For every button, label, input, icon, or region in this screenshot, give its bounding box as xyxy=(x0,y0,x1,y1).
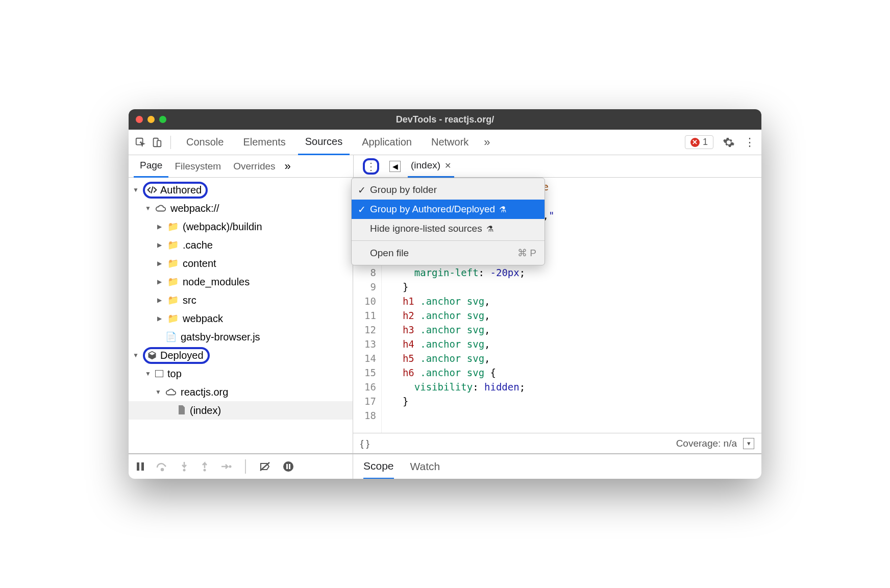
svg-point-6 xyxy=(183,469,186,472)
folder-icon: 📁 xyxy=(167,313,179,324)
deployed-label: Deployed xyxy=(160,350,204,361)
more-subtabs-icon[interactable]: » xyxy=(285,160,291,173)
toggle-nav-pane-icon[interactable]: ◀ xyxy=(389,161,401,172)
pause-icon[interactable] xyxy=(136,461,145,472)
chevron-right-icon: ▶ xyxy=(157,315,163,322)
subtab-overrides[interactable]: Overrides xyxy=(227,155,281,178)
tree-folder[interactable]: ▶📁(webpack)/buildin xyxy=(129,217,353,236)
file-tab-index[interactable]: (index) ✕ xyxy=(408,155,454,178)
check-icon: ✓ xyxy=(358,184,366,196)
context-menu: ✓Group by folder ✓Group by Authored/Depl… xyxy=(351,178,545,265)
shortcut-label: ⌘ P xyxy=(517,247,536,259)
error-icon: ✕ xyxy=(690,138,700,147)
svg-rect-4 xyxy=(141,462,144,471)
tree-file[interactable]: 📄gatsby-browser.js xyxy=(129,328,353,346)
close-tab-icon[interactable]: ✕ xyxy=(444,161,451,170)
svg-rect-2 xyxy=(157,140,161,146)
svg-point-7 xyxy=(204,469,206,472)
folder-icon: 📁 xyxy=(167,276,179,287)
tree-label: .cache xyxy=(183,239,213,251)
chevron-down-icon: ▼ xyxy=(155,388,161,396)
tree-label: (webpack)/buildin xyxy=(183,221,262,233)
tree-folder[interactable]: ▶📁webpack xyxy=(129,309,353,328)
tab-watch[interactable]: Watch xyxy=(410,454,440,479)
tree-top[interactable]: ▼ top xyxy=(129,364,353,383)
authored-label: Authored xyxy=(160,184,202,196)
deactivate-breakpoints-icon[interactable] xyxy=(259,461,271,472)
tree-index-file[interactable]: (index) xyxy=(129,401,353,420)
tab-scope[interactable]: Scope xyxy=(363,454,394,479)
error-count: 1 xyxy=(703,137,708,148)
menu-label: Group by folder xyxy=(370,184,437,195)
menu-group-by-folder[interactable]: ✓Group by folder xyxy=(352,180,545,200)
tree-folder[interactable]: ▶📁.cache xyxy=(129,236,353,254)
tree-folder[interactable]: ▶📁node_modules xyxy=(129,273,353,291)
chevron-down-icon: ▼ xyxy=(133,352,139,359)
kebab-menu-icon[interactable]: ⋮ xyxy=(744,136,755,149)
tree-domain[interactable]: ▼ reactjs.org xyxy=(129,383,353,401)
svg-rect-10 xyxy=(286,464,288,469)
folder-icon: 📁 xyxy=(167,239,179,251)
pause-on-exceptions-icon[interactable] xyxy=(283,461,294,472)
tree-label: gatsby-browser.js xyxy=(181,331,260,343)
collapse-icon[interactable]: ▾ xyxy=(743,438,754,449)
step-over-icon[interactable] xyxy=(156,461,168,472)
titlebar: DevTools - reactjs.org/ xyxy=(129,109,761,130)
tree-group-deployed[interactable]: ▼ Deployed xyxy=(129,346,353,364)
chevron-right-icon: ▶ xyxy=(157,297,163,304)
bottom-panel: Scope Watch xyxy=(129,453,761,479)
tree-group-authored[interactable]: ▼ Authored xyxy=(129,181,353,199)
more-tabs-icon[interactable]: » xyxy=(484,136,490,149)
cloud-icon xyxy=(165,388,177,396)
scope-tabs: Scope Watch xyxy=(353,454,450,479)
folder-icon: 📁 xyxy=(167,258,179,269)
tree-label: top xyxy=(167,368,182,380)
menu-group-by-authored[interactable]: ✓Group by Authored/Deployed⚗ xyxy=(352,200,545,219)
tree-folder[interactable]: ▶📁src xyxy=(129,291,353,309)
folder-icon: 📁 xyxy=(167,295,179,306)
chevron-down-icon: ▼ xyxy=(133,186,139,193)
step-icon[interactable] xyxy=(220,462,232,471)
inspect-icon[interactable] xyxy=(135,137,146,148)
svg-point-5 xyxy=(161,469,163,471)
cloud-icon xyxy=(155,204,166,212)
tab-sources[interactable]: Sources xyxy=(298,130,350,155)
tab-application[interactable]: Application xyxy=(355,130,419,155)
subtab-page[interactable]: Page xyxy=(134,155,168,178)
main-toolbar: Console Elements Sources Application Net… xyxy=(129,130,761,155)
subtab-filesystem[interactable]: Filesystem xyxy=(168,155,227,178)
code-editor[interactable]: ✓Group by folder ✓Group by Authored/Depl… xyxy=(353,178,761,453)
chevron-right-icon: ▶ xyxy=(157,278,163,285)
js-file-icon: 📄 xyxy=(165,331,177,342)
svg-point-8 xyxy=(229,465,232,468)
tree-webpack[interactable]: ▼ webpack:// xyxy=(129,199,353,217)
chevron-right-icon: ▶ xyxy=(157,260,163,267)
pretty-print-button[interactable]: { } xyxy=(360,438,369,449)
svg-rect-11 xyxy=(289,464,290,469)
code-icon xyxy=(147,185,157,195)
more-options-button[interactable]: ⋮ xyxy=(363,158,379,175)
package-icon xyxy=(147,350,157,360)
menu-divider xyxy=(352,240,545,241)
flask-icon: ⚗ xyxy=(486,224,493,234)
chevron-down-icon: ▼ xyxy=(145,370,151,377)
error-badge[interactable]: ✕ 1 xyxy=(685,135,713,149)
tab-console[interactable]: Console xyxy=(179,130,231,155)
tab-elements[interactable]: Elements xyxy=(236,130,292,155)
coverage-label: Coverage: n/a xyxy=(676,438,737,449)
step-out-icon[interactable] xyxy=(200,461,209,472)
device-toggle-icon[interactable] xyxy=(151,137,162,148)
file-tree[interactable]: ▼ Authored ▼ webpack:// ▶📁(webpack)/buil… xyxy=(129,178,353,453)
svg-point-9 xyxy=(283,461,293,472)
sources-subbar: Page Filesystem Overrides » ⋮ ◀ (index) … xyxy=(129,155,761,178)
settings-icon[interactable] xyxy=(723,136,735,149)
menu-hide-ignore-listed[interactable]: Hide ignore-listed sources⚗ xyxy=(352,219,545,238)
frame-icon xyxy=(155,370,163,377)
tab-network[interactable]: Network xyxy=(424,130,476,155)
tree-folder[interactable]: ▶📁content xyxy=(129,254,353,273)
step-into-icon[interactable] xyxy=(180,461,189,472)
menu-label: Open file xyxy=(370,248,409,259)
tree-label: webpack:// xyxy=(170,203,219,214)
menu-open-file[interactable]: Open file⌘ P xyxy=(352,243,545,263)
svg-rect-3 xyxy=(137,462,139,471)
